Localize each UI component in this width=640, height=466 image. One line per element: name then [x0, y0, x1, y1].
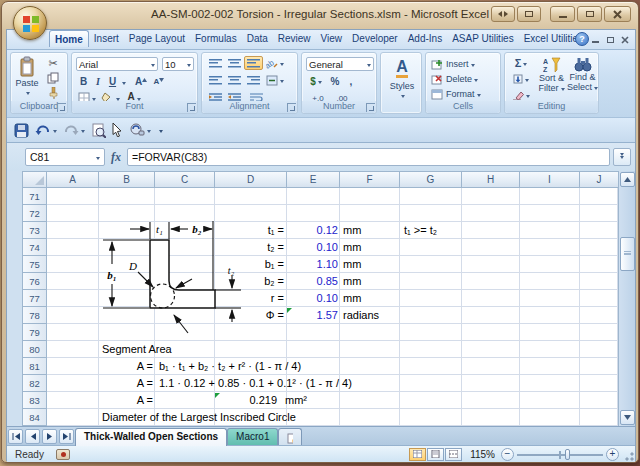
number-dialog-launcher[interactable] [366, 103, 375, 112]
orientation-button[interactable]: ab [263, 56, 287, 70]
fill-button[interactable] [508, 72, 534, 86]
align-right-button[interactable] [244, 73, 263, 87]
cell-D83[interactable]: 0.219 [215, 393, 277, 408]
cell-E77[interactable]: 0.10 [287, 291, 338, 306]
cell-C82[interactable]: 1.1 · 0.12 + 0.85 · 0.1 + 0.1² · (1 - π … [159, 376, 352, 391]
tab-view[interactable]: View [316, 30, 348, 46]
col-header-H[interactable]: H [462, 171, 520, 188]
vertical-scroll-thumb[interactable] [620, 237, 635, 271]
workbook-close-button[interactable] [617, 33, 633, 46]
font-dialog-launcher[interactable] [187, 103, 196, 112]
redo-dropdown[interactable] [81, 130, 85, 135]
last-sheet-button[interactable] [59, 429, 74, 444]
tab-asap-utilities[interactable]: ASAP Utilities [447, 30, 519, 46]
cell-F75[interactable]: mm [343, 257, 361, 272]
cell-F77[interactable]: mm [343, 291, 361, 306]
format-cells-button[interactable]: Format [431, 87, 481, 101]
row-header-75[interactable]: 75 [22, 256, 47, 273]
resize-grip[interactable] [621, 448, 634, 461]
col-header-D[interactable]: D [215, 171, 287, 188]
expand-formula-bar-button[interactable] [613, 148, 631, 166]
autosum-dropdown[interactable] [523, 63, 527, 68]
select-pointer-button[interactable] [112, 123, 123, 137]
format-painter-button[interactable] [43, 86, 63, 100]
cell-F74[interactable]: mm [343, 240, 361, 255]
zoom-slider[interactable] [517, 448, 603, 461]
cell-D73[interactable]: t₁ = [215, 223, 284, 238]
row-header-83[interactable]: 83 [22, 392, 47, 409]
row-header-74[interactable]: 74 [22, 239, 47, 256]
clipboard-dialog-launcher[interactable] [57, 103, 66, 112]
sheet-tab-macro1[interactable]: Macro1 [227, 428, 278, 446]
custom-tool-button[interactable] [129, 123, 151, 137]
col-header-E[interactable]: E [287, 171, 340, 188]
cell-B84[interactable]: Diameter of the Largest Inscribed Circle [102, 410, 296, 425]
close-button[interactable] [604, 6, 631, 22]
percent-style-button[interactable]: % [326, 74, 344, 88]
delete-dropdown[interactable] [474, 79, 478, 84]
orientation-dropdown[interactable] [280, 63, 284, 68]
redo-button[interactable] [63, 124, 85, 137]
insert-dropdown[interactable] [471, 64, 475, 69]
office-button[interactable] [13, 6, 47, 40]
zoom-in-button[interactable]: + [606, 448, 619, 461]
row-header-79[interactable]: 79 [22, 324, 47, 341]
tab-review[interactable]: Review [273, 30, 316, 46]
cell-F78[interactable]: radians [343, 308, 379, 323]
tab-insert[interactable]: Insert [89, 30, 124, 46]
scroll-up-button[interactable] [620, 172, 635, 187]
row-header-80[interactable]: 80 [22, 341, 47, 358]
worksheet-grid[interactable]: t₁ b₂ b₁ D t [47, 188, 618, 426]
undo-button[interactable] [35, 124, 57, 137]
accounting-dropdown[interactable] [318, 81, 322, 86]
capture-tool-button[interactable] [491, 6, 515, 22]
bold-button[interactable]: B [76, 74, 91, 88]
align-left-button[interactable] [206, 73, 225, 87]
align-center-button[interactable] [225, 73, 244, 87]
row-header-77[interactable]: 77 [22, 290, 47, 307]
zoom-slider-thumb[interactable] [565, 449, 570, 460]
delete-cells-button[interactable]: Delete [431, 72, 478, 86]
font-size-select[interactable]: 10 [162, 57, 194, 71]
cell-E74[interactable]: 0.10 [287, 240, 338, 255]
row-header-72[interactable]: 72 [22, 205, 47, 222]
col-header-I[interactable]: I [520, 171, 580, 188]
row-header-84[interactable]: 84 [22, 409, 47, 426]
cell-D75[interactable]: b₁ = [215, 257, 284, 272]
select-all-corner[interactable] [22, 171, 47, 188]
insert-cells-button[interactable]: Insert [431, 57, 475, 71]
cut-button[interactable]: ✂ [43, 56, 63, 70]
find-select-button[interactable]: Find & Select [567, 56, 598, 92]
align-middle-button[interactable] [225, 56, 244, 70]
record-macro-button[interactable] [56, 449, 70, 460]
insert-worksheet-tab[interactable] [278, 428, 302, 446]
name-box[interactable]: C81 [25, 148, 105, 166]
row-header-71[interactable]: 71 [22, 188, 47, 205]
cell-F76[interactable]: mm [343, 274, 361, 289]
cell-E83[interactable]: mm² [285, 393, 307, 408]
styles-button[interactable]: A Styles [383, 58, 421, 100]
col-header-F[interactable]: F [340, 171, 400, 188]
accounting-format-button[interactable]: $ [306, 74, 326, 88]
tab-add-ins[interactable]: Add-Ins [403, 30, 447, 46]
col-header-A[interactable]: A [47, 171, 99, 188]
save-button[interactable] [14, 123, 29, 138]
fx-icon[interactable]: fx [111, 150, 121, 165]
grow-font-button[interactable]: A [132, 74, 150, 88]
tab-page-layout[interactable]: Page Layout [124, 30, 190, 46]
col-header-J[interactable]: J [580, 171, 618, 188]
comma-style-button[interactable]: , [344, 74, 358, 88]
cell-F73[interactable]: mm [343, 223, 361, 238]
copy-button[interactable] [43, 71, 63, 85]
scroll-down-button[interactable] [620, 410, 635, 425]
tab-data[interactable]: Data [242, 30, 273, 46]
row-header-78[interactable]: 78 [22, 307, 47, 324]
cell-E78[interactable]: 1.57 [287, 308, 338, 323]
merge-center-button[interactable] [263, 73, 287, 87]
cell-B82[interactable]: A = [99, 376, 153, 391]
vertical-scrollbar[interactable] [618, 171, 635, 426]
underline-button[interactable]: U [105, 74, 120, 88]
workbook-restore-button[interactable] [602, 33, 618, 46]
normal-view-button[interactable] [409, 448, 426, 461]
align-top-button[interactable] [206, 56, 225, 70]
